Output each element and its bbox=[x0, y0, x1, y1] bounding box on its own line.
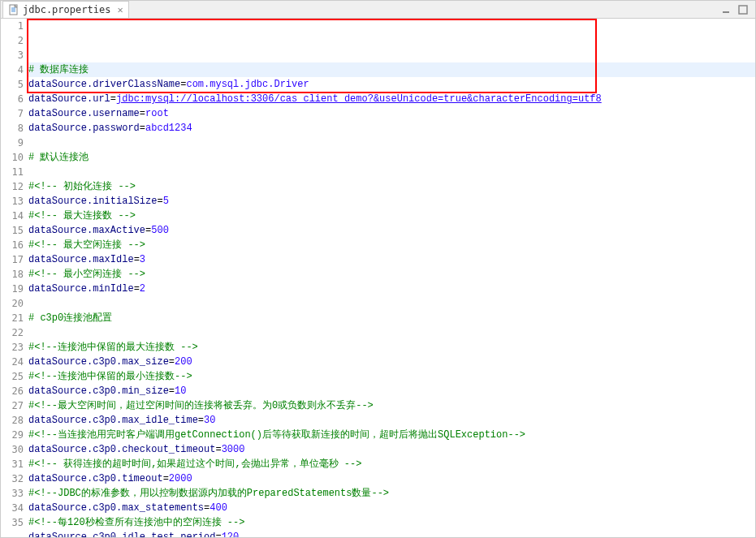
code-line: dataSource.driverClassName=com.mysql.jdb… bbox=[28, 77, 755, 92]
code-line: #<!-- 最大连接数 --> bbox=[28, 209, 755, 223]
line-number: 21 bbox=[1, 311, 24, 325]
code-line: #<!--连接池中保留的最小连接数--> bbox=[28, 369, 755, 384]
line-number: 19 bbox=[1, 282, 24, 296]
code-line bbox=[28, 296, 755, 311]
line-number: 22 bbox=[1, 325, 24, 340]
line-number: 15 bbox=[1, 223, 24, 238]
code-line: #<!--最大空闲时间，超过空闲时间的连接将被丢弃。为0或负数则永不丢弃--> bbox=[28, 398, 755, 413]
line-number: 5 bbox=[1, 77, 24, 92]
tab-jdbc-properties[interactable]: jdbc.properties ✕ bbox=[2, 1, 129, 18]
code-line: dataSource.c3p0.max_size=200 bbox=[28, 355, 755, 369]
line-number: 2 bbox=[1, 33, 24, 48]
code-line: dataSource.minIdle=2 bbox=[28, 282, 755, 296]
line-number-gutter: 1234567891011121314151617181920212223242… bbox=[1, 19, 27, 537]
code-line: # 数据库连接 bbox=[28, 62, 755, 77]
code-line: dataSource.c3p0.max_idle_time=30 bbox=[28, 413, 755, 428]
line-number: 25 bbox=[1, 369, 24, 384]
tab-bar-controls bbox=[721, 1, 755, 18]
line-number: 20 bbox=[1, 296, 24, 311]
line-number: 13 bbox=[1, 194, 24, 209]
line-number: 6 bbox=[1, 92, 24, 106]
code-line: #<!--当连接池用完时客户端调用getConnection()后等待获取新连接… bbox=[28, 428, 755, 442]
code-line: dataSource.c3p0.checkout_timeout=3000 bbox=[28, 442, 755, 457]
code-line: # 默认连接池 bbox=[28, 150, 755, 165]
line-number: 14 bbox=[1, 209, 24, 223]
code-line: #<!-- 最小空闲连接 --> bbox=[28, 267, 755, 282]
code-line: dataSource.url=jdbc:mysql://localhost:33… bbox=[28, 92, 755, 106]
line-number: 29 bbox=[1, 428, 24, 442]
code-line bbox=[28, 325, 755, 340]
line-number: 8 bbox=[1, 121, 24, 136]
code-editor[interactable]: 1234567891011121314151617181920212223242… bbox=[1, 19, 755, 537]
line-number: 30 bbox=[1, 442, 24, 457]
line-number: 27 bbox=[1, 398, 24, 413]
line-number: 17 bbox=[1, 252, 24, 267]
minimize-icon[interactable] bbox=[721, 4, 732, 15]
close-icon[interactable]: ✕ bbox=[117, 4, 123, 15]
code-line: dataSource.maxActive=500 bbox=[28, 223, 755, 238]
code-line: # c3p0连接池配置 bbox=[28, 311, 755, 325]
code-line bbox=[28, 136, 755, 150]
code-line: dataSource.initialSize=5 bbox=[28, 194, 755, 209]
svg-rect-5 bbox=[739, 6, 747, 14]
code-line: dataSource.c3p0.idle_test_period=120 bbox=[28, 530, 755, 537]
line-number: 35 bbox=[1, 515, 24, 530]
line-number: 1 bbox=[1, 19, 24, 33]
line-number: 18 bbox=[1, 267, 24, 282]
code-line: #<!-- 获得连接的超时时间,如果超过这个时间,会抛出异常，单位毫秒 --> bbox=[28, 457, 755, 471]
code-line: dataSource.maxIdle=3 bbox=[28, 252, 755, 267]
code-line: dataSource.c3p0.min_size=10 bbox=[28, 384, 755, 398]
line-number: 9 bbox=[1, 136, 24, 150]
code-line: dataSource.password=abcd1234 bbox=[28, 121, 755, 136]
code-line: #<!-- 最大空闲连接 --> bbox=[28, 238, 755, 252]
code-line: dataSource.c3p0.max_statements=400 bbox=[28, 501, 755, 515]
line-number: 10 bbox=[1, 150, 24, 165]
line-number: 24 bbox=[1, 355, 24, 369]
line-number: 16 bbox=[1, 238, 24, 252]
code-line bbox=[28, 165, 755, 179]
line-number: 11 bbox=[1, 165, 24, 179]
code-line: #<!-- 初始化连接 --> bbox=[28, 179, 755, 194]
line-number: 23 bbox=[1, 340, 24, 355]
code-line: #<!--JDBC的标准参数，用以控制数据源内加载的PreparedStatem… bbox=[28, 486, 755, 501]
line-number: 33 bbox=[1, 486, 24, 501]
maximize-icon[interactable] bbox=[737, 4, 749, 15]
line-number: 28 bbox=[1, 413, 24, 428]
code-line: dataSource.username=root bbox=[28, 106, 755, 121]
line-number: 4 bbox=[1, 62, 24, 77]
code-line: #<!--每120秒检查所有连接池中的空闲连接 --> bbox=[28, 515, 755, 530]
code-line: dataSource.c3p0.timeout=2000 bbox=[28, 471, 755, 486]
line-number: 3 bbox=[1, 48, 24, 62]
line-number: 26 bbox=[1, 384, 24, 398]
line-number: 34 bbox=[1, 501, 24, 515]
code-content[interactable]: # 数据库连接dataSource.driverClassName=com.my… bbox=[27, 19, 755, 537]
line-number: 31 bbox=[1, 457, 24, 471]
file-icon bbox=[8, 4, 19, 15]
code-line: #<!--连接池中保留的最大连接数 --> bbox=[28, 340, 755, 355]
line-number: 32 bbox=[1, 471, 24, 486]
line-number: 7 bbox=[1, 106, 24, 121]
editor-tab-bar: jdbc.properties ✕ bbox=[1, 1, 755, 19]
svg-rect-4 bbox=[723, 11, 729, 13]
tab-title: jdbc.properties bbox=[23, 4, 110, 15]
line-number: 12 bbox=[1, 179, 24, 194]
